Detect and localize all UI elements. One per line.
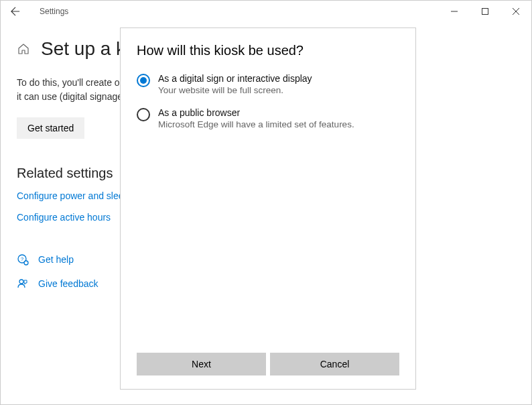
kiosk-usage-dialog: How will this kiosk be used? As a digita… [120,27,416,390]
dialog-footer: Next Cancel [121,353,415,389]
dialog-body: How will this kiosk be used? As a digita… [121,28,415,353]
option-text: As a public browser Microsoft Edge will … [158,107,354,129]
option-public-browser[interactable]: As a public browser Microsoft Edge will … [137,107,399,129]
titlebar: Settings [1,1,531,22]
get-help-link: Get help [38,254,74,265]
help-icon: ? [17,253,29,266]
svg-point-4 [24,261,28,265]
minimize-icon [451,8,458,15]
svg-point-5 [19,280,23,284]
cancel-button[interactable]: Cancel [270,353,399,375]
svg-rect-1 [482,9,488,15]
option-description: Your website will be full screen. [158,85,312,95]
back-arrow-icon [11,7,20,16]
radio-icon [137,108,150,121]
option-label: As a public browser [158,107,354,118]
window-controls [439,1,531,22]
maximize-button[interactable] [470,1,501,22]
next-button[interactable]: Next [137,353,266,375]
svg-text:?: ? [21,256,24,262]
maximize-icon [482,8,488,15]
feedback-icon [17,278,29,290]
dialog-title: How will this kiosk be used? [137,43,399,58]
back-button[interactable] [5,1,26,22]
option-text: As a digital sign or interactive display… [158,73,312,95]
close-button[interactable] [501,1,531,22]
option-digital-sign[interactable]: As a digital sign or interactive display… [137,73,399,95]
get-started-button[interactable]: Get started [17,117,84,139]
option-description: Microsoft Edge will have a limited set o… [158,119,354,129]
window-title: Settings [40,7,68,16]
radio-icon [137,74,150,87]
option-label: As a digital sign or interactive display [158,73,312,84]
close-icon [513,8,519,15]
give-feedback-link: Give feedback [38,278,98,289]
minimize-button[interactable] [439,1,470,22]
home-icon [17,42,30,56]
